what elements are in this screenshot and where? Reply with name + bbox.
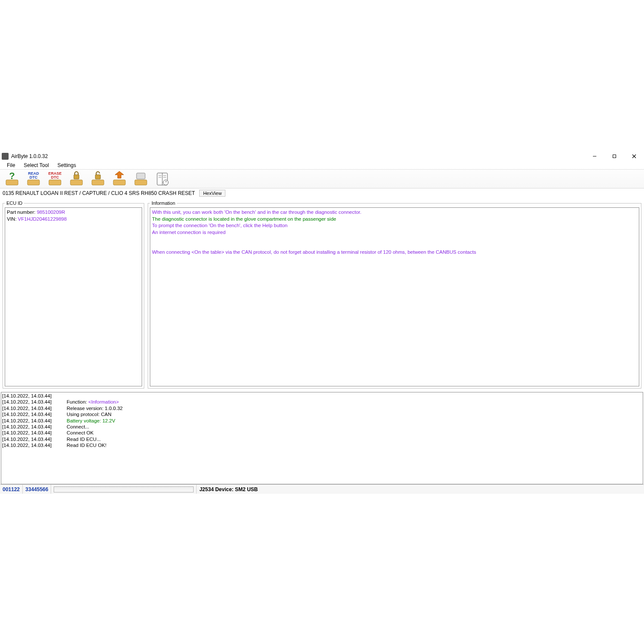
info-line: The diagnostic connector is located in t… [152, 216, 637, 223]
ecu-id-title: ECU ID [5, 200, 24, 206]
svg-rect-12 [70, 180, 82, 185]
toolbar: ? READ DTC ERASE DTC [0, 170, 644, 188]
svg-rect-18 [135, 180, 147, 185]
maximize-button[interactable] [605, 152, 624, 161]
hexview-button[interactable]: HexView [199, 190, 225, 197]
svg-marker-17 [115, 171, 124, 178]
info-line: When connecting <On the table> via the C… [152, 249, 637, 256]
information-panel: Information With this unit, you can work… [148, 200, 641, 389]
menu-select-tool[interactable]: Select Tool [19, 161, 53, 169]
log-text: Read ID ECU OK! [67, 443, 106, 448]
log-text: Connect... [67, 424, 89, 429]
menu-file[interactable]: File [3, 161, 19, 169]
close-button[interactable] [624, 152, 644, 161]
minimize-icon [592, 154, 597, 158]
manual-icon [154, 170, 171, 188]
read-dtc-button[interactable]: READ DTC [23, 170, 44, 188]
device-button[interactable] [131, 170, 151, 188]
svg-rect-13 [74, 175, 79, 179]
export-icon [111, 170, 128, 188]
part-number-value: 985100209R [37, 210, 65, 215]
info-line: With this unit, you can work both 'On th… [152, 209, 637, 216]
erase-dtc-button[interactable]: ERASE DTC [45, 170, 65, 188]
log-text: Read ID ECU... [67, 437, 100, 442]
ecu-id-panel: ECU ID Part number: 985100209R VIN: VF1H… [3, 200, 144, 389]
read-dtc-icon: READ DTC [25, 170, 42, 188]
maximize-icon [612, 154, 617, 158]
device-icon [132, 170, 149, 188]
vin-value: VF1HJD20461229898 [18, 216, 67, 222]
unlock-icon [89, 170, 106, 188]
log-text: Battery voltage: [67, 418, 102, 423]
context-path: 0135 RENAULT LOGAN II REST / CAPTURE / C… [3, 190, 195, 196]
svg-rect-19 [137, 173, 145, 179]
log-text: <Information> [88, 399, 119, 404]
help-icon: ? [3, 170, 21, 188]
progress-bar [54, 486, 194, 492]
log-timestamp: [14.10.2022, 14.03.44] [2, 406, 52, 411]
ecu-id-content: Part number: 985100209R VIN: VF1HJD20461… [5, 207, 142, 386]
log-timestamp: [14.10.2022, 14.03.44] [2, 437, 52, 442]
minimize-button[interactable] [585, 152, 605, 161]
information-content: With this unit, you can work both 'On th… [150, 207, 639, 386]
status-progress-cell [51, 485, 197, 494]
manual-button[interactable] [152, 170, 173, 188]
svg-text:DTC: DTC [51, 175, 59, 179]
log-text: 12.2V [102, 418, 115, 423]
log-timestamp: [14.10.2022, 14.03.44] [2, 424, 52, 429]
menu-settings[interactable]: Settings [53, 161, 80, 169]
app-icon [2, 153, 9, 160]
lock-button[interactable] [66, 170, 87, 188]
log-text: Release version: 1.0.0.32 [67, 406, 122, 411]
svg-rect-6 [27, 180, 39, 185]
part-number-label: Part number: [7, 210, 37, 215]
close-icon [632, 154, 636, 158]
svg-rect-15 [95, 175, 100, 179]
log-area[interactable]: [14.10.2022, 14.03.44] [14.10.2022, 14.0… [1, 392, 643, 484]
info-line: An internet connection is required [152, 229, 637, 236]
export-button[interactable] [109, 170, 130, 188]
svg-text:?: ? [9, 170, 15, 181]
menubar: File Select Tool Settings [0, 161, 644, 170]
titlebar: AirByte 1.0.0.32 [0, 152, 644, 161]
svg-rect-16 [113, 180, 125, 185]
log-text: Function: [67, 399, 88, 404]
window-title: AirByte 1.0.0.32 [11, 153, 48, 159]
lock-icon [68, 170, 85, 188]
log-timestamp: [14.10.2022, 14.03.44] [2, 418, 52, 423]
help-button[interactable]: ? [2, 170, 22, 188]
window-controls [585, 152, 644, 161]
svg-rect-9 [49, 180, 61, 185]
app-window: AirByte 1.0.0.32 File Select Tool Settin… [0, 152, 644, 494]
log-timestamp: [14.10.2022, 14.03.44] [2, 430, 52, 435]
status-device: J2534 Device: SM2 USB [197, 485, 260, 494]
log-text: Connect OK [67, 430, 94, 435]
vin-label: VIN: [7, 216, 18, 222]
log-timestamp: [14.10.2022, 14.03.44] [2, 412, 52, 417]
status-code-1: 001122 [0, 485, 23, 494]
svg-text:DTC: DTC [30, 175, 38, 179]
info-line: To prompt the connection 'On the bench',… [152, 222, 637, 229]
status-code-2: 33445566 [23, 485, 51, 494]
log-timestamp: [14.10.2022, 14.03.44] [2, 393, 52, 398]
svg-rect-14 [92, 180, 104, 185]
information-title: Information [150, 200, 177, 206]
statusbar: 001122 33445566 J2534 Device: SM2 USB [0, 484, 644, 494]
panels: ECU ID Part number: 985100209R VIN: VF1H… [0, 198, 644, 391]
log-timestamp: [14.10.2022, 14.03.44] [2, 399, 52, 404]
svg-rect-1 [613, 155, 616, 158]
erase-dtc-icon: ERASE DTC [46, 170, 64, 188]
context-row: 0135 RENAULT LOGAN II REST / CAPTURE / C… [0, 188, 644, 198]
log-text: Using protocol: CAN [67, 412, 111, 417]
log-timestamp: [14.10.2022, 14.03.44] [2, 443, 52, 448]
unlock-button[interactable] [88, 170, 108, 188]
